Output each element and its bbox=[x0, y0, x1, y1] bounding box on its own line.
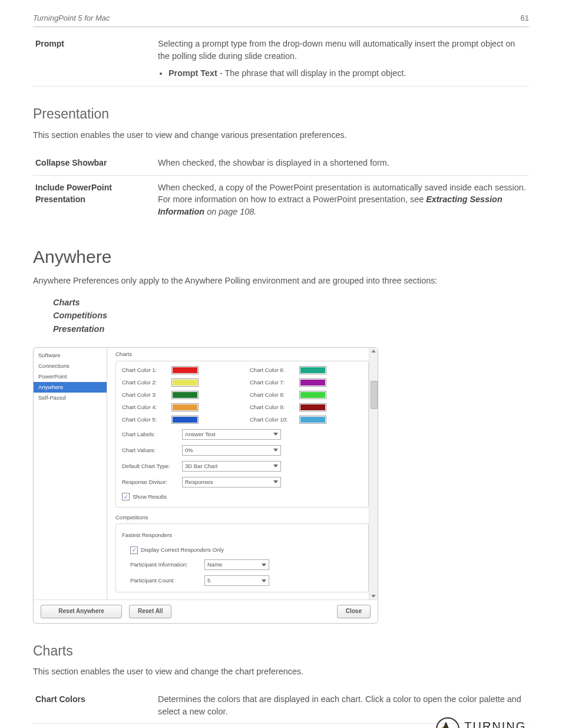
default-chart-type-select[interactable]: 3D Bar Chart bbox=[182, 461, 281, 472]
chart-color-row: Chart Color 10: bbox=[250, 416, 362, 424]
reset-all-button[interactable]: Reset All bbox=[129, 605, 171, 618]
include-desc-2: on page 108. bbox=[204, 207, 256, 216]
logo-icon bbox=[436, 717, 459, 728]
chart-color-swatch[interactable] bbox=[299, 403, 326, 411]
prefs-main: Charts Chart Color 1:Chart Color 6:Chart… bbox=[107, 348, 378, 599]
chart-color-swatch[interactable] bbox=[171, 403, 199, 411]
page-number: 61 bbox=[521, 13, 529, 24]
charts-lead: This section enables the user to view an… bbox=[33, 666, 529, 678]
page-footer: turningtechnologies.com/user-guides TURN… bbox=[0, 717, 562, 728]
doc-header: TurningPoint 5 for Mac 61 bbox=[33, 13, 529, 27]
charts-group: Chart Color 1:Chart Color 6:Chart Color … bbox=[115, 361, 369, 508]
prompt-desc-text: Selecting a prompt type from the drop-do… bbox=[158, 39, 515, 61]
chart-color-swatch[interactable] bbox=[299, 416, 326, 424]
chevron-down-icon bbox=[273, 465, 278, 467]
participant-info-select[interactable]: Name bbox=[204, 559, 269, 570]
participant-info-value: Name bbox=[207, 561, 222, 569]
anywhere-lead: Anywhere Preferences only apply to the A… bbox=[33, 275, 529, 287]
anywhere-links: Charts Competitions Presentation bbox=[53, 297, 529, 336]
chart-color-swatch[interactable] bbox=[171, 366, 199, 374]
fastest-responders-label: Fastest Responders bbox=[122, 531, 362, 539]
scroll-thumb[interactable] bbox=[371, 381, 378, 409]
desc-collapse: When checked, the showbar is displayed i… bbox=[156, 151, 529, 175]
chart-labels-value: Answer Text bbox=[185, 430, 216, 439]
scroll-up-icon[interactable] bbox=[371, 350, 376, 353]
chart-color-swatch[interactable] bbox=[171, 391, 199, 399]
chart-color-row: Chart Color 4: bbox=[122, 403, 234, 411]
chart-color-label: Chart Color 1: bbox=[122, 366, 161, 374]
term-prompt: Prompt bbox=[33, 38, 156, 87]
prompt-table: Prompt Selecting a prompt type from the … bbox=[33, 38, 529, 87]
participant-count-value: 5 bbox=[207, 577, 210, 585]
term-collapse: Collapse Showbar bbox=[33, 151, 156, 175]
chart-color-label: Chart Color 9: bbox=[250, 403, 289, 411]
chart-color-row: Chart Color 8: bbox=[250, 391, 362, 399]
chart-labels-label: Chart Labels: bbox=[122, 430, 182, 439]
prompt-text-bullet: Prompt Text - The phrase that will displ… bbox=[168, 67, 527, 80]
response-divisor-label: Response Divisor: bbox=[122, 478, 182, 486]
chart-color-swatch[interactable] bbox=[299, 378, 326, 387]
sidebar-item-software[interactable]: Software bbox=[34, 350, 107, 361]
scroll-down-icon[interactable] bbox=[371, 595, 376, 598]
competitions-group-title: Competitions bbox=[115, 513, 376, 522]
response-divisor-select[interactable]: Responses bbox=[182, 477, 281, 487]
participant-count-label: Participant Count: bbox=[130, 577, 204, 585]
sidebar-item-anywhere[interactable]: Anywhere bbox=[34, 382, 107, 393]
chart-color-swatch[interactable] bbox=[171, 416, 199, 424]
response-divisor-value: Responses bbox=[185, 478, 213, 486]
close-button[interactable]: Close bbox=[337, 605, 371, 618]
default-chart-type-label: Default Chart Type: bbox=[122, 462, 182, 470]
reset-anywhere-button[interactable]: Reset Anywhere bbox=[41, 605, 122, 618]
chart-color-swatch[interactable] bbox=[299, 366, 326, 374]
chevron-down-icon bbox=[273, 433, 278, 436]
preferences-panel: Software Connections PowerPoint Anywhere… bbox=[33, 347, 378, 623]
checkbox-icon: ✓ bbox=[122, 493, 130, 500]
chart-labels-select[interactable]: Answer Text bbox=[182, 429, 281, 440]
chart-values-select[interactable]: 0% bbox=[182, 445, 281, 456]
participant-count-select[interactable]: 5 bbox=[204, 575, 269, 586]
chevron-down-icon bbox=[262, 564, 266, 566]
prefs-sidebar: Software Connections PowerPoint Anywhere… bbox=[34, 348, 107, 599]
chart-color-label: Chart Color 10: bbox=[250, 416, 289, 424]
link-presentation[interactable]: Presentation bbox=[53, 323, 529, 335]
chevron-down-icon bbox=[262, 579, 266, 582]
chart-color-swatch[interactable] bbox=[299, 391, 326, 399]
chart-color-row: Chart Color 5: bbox=[122, 416, 234, 424]
competitions-group: Fastest Responders ✓ Display Correct Res… bbox=[115, 523, 369, 592]
chevron-down-icon bbox=[273, 449, 278, 452]
chart-color-swatch[interactable] bbox=[171, 378, 199, 387]
sidebar-item-powerpoint[interactable]: PowerPoint bbox=[34, 371, 107, 382]
default-chart-type-value: 3D Bar Chart bbox=[185, 462, 217, 470]
prompt-text-label: Prompt Text bbox=[168, 68, 217, 78]
chart-color-row: Chart Color 1: bbox=[122, 366, 234, 374]
chart-color-label: Chart Color 2: bbox=[122, 378, 161, 387]
chart-color-label: Chart Color 6: bbox=[250, 366, 289, 374]
desc-prompt: Selecting a prompt type from the drop-do… bbox=[156, 38, 529, 87]
desc-include-ppt: When checked, a copy of the PowerPoint p… bbox=[156, 175, 529, 224]
checkbox-icon: ✓ bbox=[130, 546, 138, 554]
sidebar-item-selfpaced[interactable]: Self-Paced bbox=[34, 393, 107, 403]
charts-group-title: Charts bbox=[115, 350, 376, 358]
sidebar-item-connections[interactable]: Connections bbox=[34, 361, 107, 371]
chart-color-grid: Chart Color 1:Chart Color 6:Chart Color … bbox=[122, 366, 362, 424]
chart-color-label: Chart Color 8: bbox=[250, 391, 289, 399]
chart-color-row: Chart Color 7: bbox=[250, 378, 362, 387]
brand-name: TURNING bbox=[464, 720, 529, 728]
chevron-down-icon bbox=[273, 480, 278, 483]
scrollbar[interactable] bbox=[369, 348, 378, 599]
prompt-bullets: Prompt Text - The phrase that will displ… bbox=[168, 67, 527, 80]
charts-heading: Charts bbox=[33, 641, 529, 661]
doc-title: TurningPoint 5 for Mac bbox=[33, 13, 110, 24]
anywhere-heading: Anywhere bbox=[33, 244, 529, 270]
link-competitions[interactable]: Competitions bbox=[53, 309, 529, 322]
display-correct-checkbox[interactable]: ✓ Display Correct Responders Only bbox=[130, 546, 224, 554]
prefs-footer: Reset Anywhere Reset All Close bbox=[34, 599, 378, 623]
chart-color-label: Chart Color 7: bbox=[250, 378, 289, 387]
show-results-label: Show Results bbox=[133, 493, 167, 501]
chart-color-row: Chart Color 6: bbox=[250, 366, 362, 374]
show-results-checkbox[interactable]: ✓ Show Results bbox=[122, 493, 167, 501]
chart-values-value: 0% bbox=[185, 446, 193, 454]
term-include-ppt: Include PowerPoint Presentation bbox=[33, 175, 156, 224]
chart-color-label: Chart Color 5: bbox=[122, 416, 161, 424]
link-charts[interactable]: Charts bbox=[53, 297, 529, 309]
